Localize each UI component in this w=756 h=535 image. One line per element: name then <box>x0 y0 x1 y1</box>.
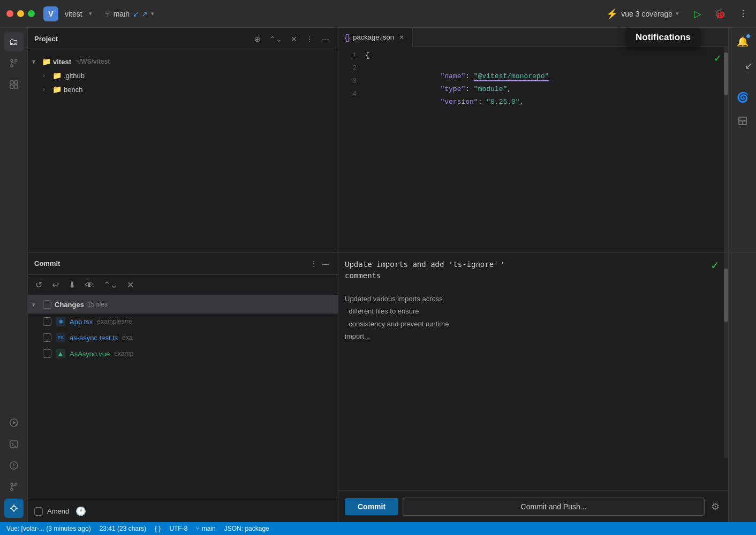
run-config: ⚡ vue 3 coverage ▾ <box>606 8 679 20</box>
sidebar-run-btn[interactable] <box>4 413 24 432</box>
svg-point-14 <box>12 506 16 510</box>
spiral-icon-btn[interactable]: 🌀 <box>733 88 752 107</box>
toolbar-undo-btn[interactable]: ↩ <box>51 279 60 291</box>
commit-message-title: Update imports and add 'ts-ignore' ' <box>345 259 722 270</box>
amend-history-btn[interactable]: 🕐 <box>73 505 88 517</box>
tab-close-button[interactable]: ✕ <box>397 33 406 42</box>
editor-tab-package-json[interactable]: {} package.json ✕ <box>338 28 413 47</box>
toolbar-refresh-btn[interactable]: ↺ <box>34 279 43 291</box>
code-line-1: 1 { <box>338 51 728 64</box>
toolbar-collapse-btn[interactable]: ✕ <box>126 279 135 291</box>
tree-root-item[interactable]: ▾ 📁 vitest ~/WS/vitest <box>28 55 338 68</box>
commit-scrollbar[interactable] <box>724 253 728 458</box>
changes-list: ▾ Changes 15 files ⚛ App.tsx examples/re… <box>28 295 338 500</box>
tree-item-github[interactable]: › 📁 .github <box>28 68 338 82</box>
project-more-btn[interactable]: ⋮ <box>304 34 315 44</box>
line-num-4: 4 <box>338 90 365 98</box>
svg-rect-4 <box>14 81 18 84</box>
commit-and-push-button[interactable]: Commit and Push... <box>403 498 705 516</box>
project-name: vitest <box>65 10 82 18</box>
chevron-right-icon: › <box>43 72 50 79</box>
run-button[interactable]: ▷ <box>692 6 704 22</box>
changes-header[interactable]: ▾ Changes 15 files <box>28 295 338 314</box>
branch-dropdown-arrow[interactable]: ▾ <box>151 10 154 17</box>
sidebar-git-active-btn[interactable] <box>4 499 24 518</box>
commit-minimize-btn[interactable]: — <box>320 258 331 269</box>
minimize-button[interactable] <box>17 10 24 17</box>
project-dropdown-arrow[interactable]: ▾ <box>89 10 92 17</box>
code-line-2: 2 "name": "@vitest/monorepo" <box>338 64 728 77</box>
project-collapse-btn[interactable]: ⌃⌄ <box>267 34 284 44</box>
changes-checkbox[interactable] <box>43 300 51 309</box>
maximize-button[interactable] <box>28 10 35 17</box>
status-volar: Vue: [volar-... (3 minutes ago) <box>6 525 91 532</box>
asynctest-checkbox[interactable] <box>43 333 51 342</box>
asasyncvue-checkbox[interactable] <box>43 349 51 358</box>
editor-panel: {} package.json ✕ Notifications 1 { <box>338 28 728 252</box>
change-item-asasyncvue[interactable]: ▲ AsAsync.vue examp <box>28 346 338 362</box>
github-folder-label: .github <box>64 72 85 80</box>
commit-panel-title: Commit <box>34 259 308 268</box>
branch-name: main <box>114 10 130 18</box>
more-button[interactable]: ⋮ <box>737 6 750 21</box>
sidebar-folder-btn[interactable]: 🗂 <box>4 32 24 51</box>
amend-row: Amend 🕐 <box>28 500 338 522</box>
sidebar-extensions-btn[interactable] <box>4 75 24 94</box>
sidebar-problems-btn[interactable] <box>4 456 24 475</box>
close-button[interactable] <box>6 10 13 17</box>
apptsx-checkbox[interactable] <box>43 317 51 326</box>
root-folder-name: vitest <box>53 58 71 66</box>
sidebar-terminal-btn[interactable] <box>4 434 24 454</box>
branch-arrows[interactable]: ↙ ↗ <box>133 10 148 18</box>
editor-content[interactable]: 1 { 2 "name": "@vitest/monorepo" 3 "type… <box>338 47 728 252</box>
commit-description: Updated various imports across different… <box>345 293 722 343</box>
commit-more-btn[interactable]: ⋮ <box>308 258 320 269</box>
tab-name: package.json <box>353 33 394 41</box>
project-panel-title: Project <box>34 35 248 43</box>
svg-rect-5 <box>10 85 13 88</box>
run-config-dropdown[interactable]: ▾ <box>676 10 679 17</box>
changes-label: Changes <box>55 301 84 309</box>
toolbar-expand-btn[interactable]: ⌃⌄ <box>102 279 118 291</box>
chevron-right-icon-bench: › <box>43 86 50 93</box>
project-minimize-btn[interactable]: — <box>320 34 331 44</box>
editor-scrollbar[interactable] <box>724 47 728 252</box>
notification-bell-btn[interactable]: 🔔 <box>733 32 752 51</box>
commit-check-icon: ✓ <box>710 259 720 272</box>
line-num-3: 3 <box>338 77 365 85</box>
branch-section: ⑂ main ↙ ↗ ▾ <box>105 9 154 19</box>
commit-scrollbar-thumb <box>724 269 728 322</box>
change-item-apptsx[interactable]: ⚛ App.tsx examples/re <box>28 314 338 330</box>
title-bar-actions: ▷ 🐞 ⋮ <box>692 6 750 22</box>
chevron-down-icon: ▾ <box>32 58 40 65</box>
project-close-all-btn[interactable]: ✕ <box>289 34 299 44</box>
app-icon: V <box>43 6 58 21</box>
sidebar-source-control-btn[interactable] <box>4 54 24 73</box>
branch-icon: ⑂ <box>105 9 110 19</box>
line-num-2: 2 <box>338 64 365 72</box>
commit-settings-button[interactable]: ⚙ <box>709 499 722 515</box>
run-config-name: vue 3 coverage <box>621 10 672 18</box>
commit-button[interactable]: Commit <box>345 498 398 515</box>
line-num-1: 1 <box>338 51 365 59</box>
amend-checkbox[interactable] <box>34 507 43 516</box>
toolbar-stash-btn[interactable]: ⬇ <box>67 279 77 291</box>
commit-message-line2: comments <box>345 271 722 280</box>
change-item-asynctest[interactable]: TS as-async.test.ts exa <box>28 330 338 346</box>
project-add-btn[interactable]: ⊕ <box>252 34 263 44</box>
sidebar-git-btn[interactable] <box>4 477 24 496</box>
tree-item-bench[interactable]: › 📁 bench <box>28 82 338 96</box>
debug-button[interactable]: 🐞 <box>712 6 728 22</box>
commit-panel: Commit ⋮ — ↺ ↩ ⬇ 👁 ⌃⌄ ✕ ▾ Changes <box>28 253 338 522</box>
svg-marker-8 <box>13 421 16 424</box>
commit-message-area[interactable]: Update imports and add 'ts-ignore' ' com… <box>338 253 728 490</box>
right-sidebar: 🔔 ↙ 🌀 <box>728 28 756 252</box>
json-file-icon: {} <box>345 33 350 42</box>
notification-badge <box>746 34 751 39</box>
file-tree: ▾ 📁 vitest ~/WS/vitest › 📁 .github › 📁 b… <box>28 50 338 252</box>
layout-icon-btn[interactable] <box>733 111 752 131</box>
asasyncvue-filename: AsAsync.vue <box>70 350 110 358</box>
toolbar-view-btn[interactable]: 👁 <box>84 279 95 291</box>
tsx-icon: ⚛ <box>56 317 65 326</box>
line-content-1: { <box>365 51 728 59</box>
